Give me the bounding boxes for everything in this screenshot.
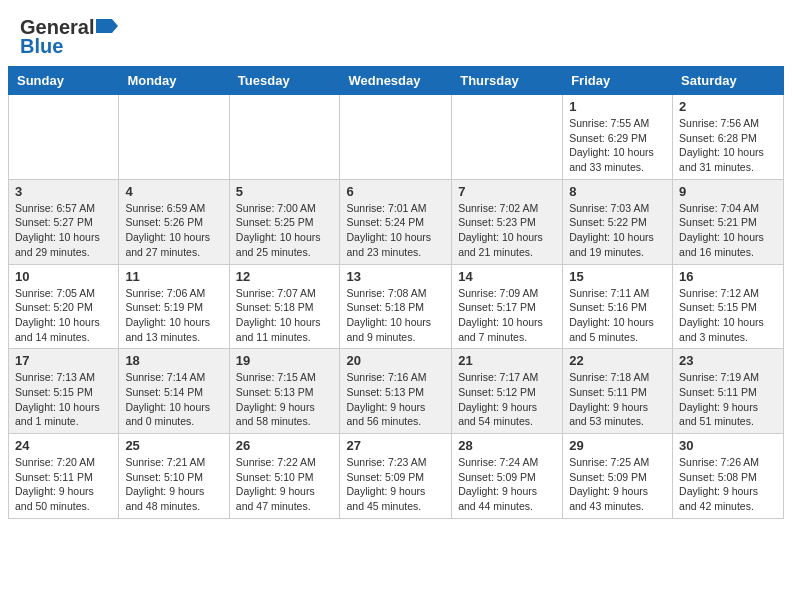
day-number: 22 [569, 353, 666, 368]
calendar-cell: 9Sunrise: 7:04 AM Sunset: 5:21 PM Daylig… [673, 179, 784, 264]
day-info: Sunrise: 7:26 AM Sunset: 5:08 PM Dayligh… [679, 455, 777, 514]
day-number: 19 [236, 353, 334, 368]
calendar-cell [340, 95, 452, 180]
day-number: 11 [125, 269, 222, 284]
calendar-header-saturday: Saturday [673, 67, 784, 95]
calendar-week-2: 3Sunrise: 6:57 AM Sunset: 5:27 PM Daylig… [9, 179, 784, 264]
calendar-cell: 13Sunrise: 7:08 AM Sunset: 5:18 PM Dayli… [340, 264, 452, 349]
calendar-week-4: 17Sunrise: 7:13 AM Sunset: 5:15 PM Dayli… [9, 349, 784, 434]
day-number: 2 [679, 99, 777, 114]
day-info: Sunrise: 7:21 AM Sunset: 5:10 PM Dayligh… [125, 455, 222, 514]
day-number: 10 [15, 269, 112, 284]
day-info: Sunrise: 7:24 AM Sunset: 5:09 PM Dayligh… [458, 455, 556, 514]
day-info: Sunrise: 7:13 AM Sunset: 5:15 PM Dayligh… [15, 370, 112, 429]
calendar-cell: 4Sunrise: 6:59 AM Sunset: 5:26 PM Daylig… [119, 179, 229, 264]
day-info: Sunrise: 6:59 AM Sunset: 5:26 PM Dayligh… [125, 201, 222, 260]
calendar-cell: 14Sunrise: 7:09 AM Sunset: 5:17 PM Dayli… [452, 264, 563, 349]
calendar-cell: 21Sunrise: 7:17 AM Sunset: 5:12 PM Dayli… [452, 349, 563, 434]
calendar-cell: 18Sunrise: 7:14 AM Sunset: 5:14 PM Dayli… [119, 349, 229, 434]
calendar-cell: 1Sunrise: 7:55 AM Sunset: 6:29 PM Daylig… [563, 95, 673, 180]
day-number: 20 [346, 353, 445, 368]
calendar-header-friday: Friday [563, 67, 673, 95]
logo-flag-icon [96, 19, 118, 33]
day-info: Sunrise: 7:16 AM Sunset: 5:13 PM Dayligh… [346, 370, 445, 429]
calendar-cell [119, 95, 229, 180]
day-number: 16 [679, 269, 777, 284]
calendar-cell [229, 95, 340, 180]
day-number: 9 [679, 184, 777, 199]
calendar-cell: 27Sunrise: 7:23 AM Sunset: 5:09 PM Dayli… [340, 434, 452, 519]
day-number: 30 [679, 438, 777, 453]
calendar-cell: 11Sunrise: 7:06 AM Sunset: 5:19 PM Dayli… [119, 264, 229, 349]
day-number: 6 [346, 184, 445, 199]
calendar-cell [9, 95, 119, 180]
day-info: Sunrise: 7:56 AM Sunset: 6:28 PM Dayligh… [679, 116, 777, 175]
calendar-cell: 7Sunrise: 7:02 AM Sunset: 5:23 PM Daylig… [452, 179, 563, 264]
calendar-header-tuesday: Tuesday [229, 67, 340, 95]
day-number: 8 [569, 184, 666, 199]
calendar-cell: 3Sunrise: 6:57 AM Sunset: 5:27 PM Daylig… [9, 179, 119, 264]
day-number: 1 [569, 99, 666, 114]
day-number: 28 [458, 438, 556, 453]
day-number: 18 [125, 353, 222, 368]
calendar-header-monday: Monday [119, 67, 229, 95]
day-number: 5 [236, 184, 334, 199]
day-info: Sunrise: 7:25 AM Sunset: 5:09 PM Dayligh… [569, 455, 666, 514]
day-info: Sunrise: 7:04 AM Sunset: 5:21 PM Dayligh… [679, 201, 777, 260]
day-number: 21 [458, 353, 556, 368]
calendar-cell: 28Sunrise: 7:24 AM Sunset: 5:09 PM Dayli… [452, 434, 563, 519]
day-number: 29 [569, 438, 666, 453]
day-number: 13 [346, 269, 445, 284]
day-info: Sunrise: 7:01 AM Sunset: 5:24 PM Dayligh… [346, 201, 445, 260]
day-number: 24 [15, 438, 112, 453]
calendar-cell: 24Sunrise: 7:20 AM Sunset: 5:11 PM Dayli… [9, 434, 119, 519]
day-number: 7 [458, 184, 556, 199]
logo-blue-text: Blue [20, 35, 63, 58]
day-number: 14 [458, 269, 556, 284]
day-info: Sunrise: 7:55 AM Sunset: 6:29 PM Dayligh… [569, 116, 666, 175]
calendar-cell: 25Sunrise: 7:21 AM Sunset: 5:10 PM Dayli… [119, 434, 229, 519]
calendar-header-thursday: Thursday [452, 67, 563, 95]
day-info: Sunrise: 7:12 AM Sunset: 5:15 PM Dayligh… [679, 286, 777, 345]
svg-marker-0 [96, 19, 118, 33]
calendar-cell: 12Sunrise: 7:07 AM Sunset: 5:18 PM Dayli… [229, 264, 340, 349]
logo: General Blue [20, 16, 118, 58]
calendar-cell: 19Sunrise: 7:15 AM Sunset: 5:13 PM Dayli… [229, 349, 340, 434]
calendar-cell: 10Sunrise: 7:05 AM Sunset: 5:20 PM Dayli… [9, 264, 119, 349]
page-header: General Blue [0, 0, 792, 66]
day-info: Sunrise: 7:19 AM Sunset: 5:11 PM Dayligh… [679, 370, 777, 429]
day-number: 27 [346, 438, 445, 453]
calendar-cell: 15Sunrise: 7:11 AM Sunset: 5:16 PM Dayli… [563, 264, 673, 349]
calendar-cell: 30Sunrise: 7:26 AM Sunset: 5:08 PM Dayli… [673, 434, 784, 519]
day-number: 12 [236, 269, 334, 284]
day-info: Sunrise: 7:14 AM Sunset: 5:14 PM Dayligh… [125, 370, 222, 429]
calendar-week-5: 24Sunrise: 7:20 AM Sunset: 5:11 PM Dayli… [9, 434, 784, 519]
calendar-cell: 26Sunrise: 7:22 AM Sunset: 5:10 PM Dayli… [229, 434, 340, 519]
calendar-cell [452, 95, 563, 180]
calendar-cell: 29Sunrise: 7:25 AM Sunset: 5:09 PM Dayli… [563, 434, 673, 519]
calendar-header-wednesday: Wednesday [340, 67, 452, 95]
calendar-week-3: 10Sunrise: 7:05 AM Sunset: 5:20 PM Dayli… [9, 264, 784, 349]
day-info: Sunrise: 7:11 AM Sunset: 5:16 PM Dayligh… [569, 286, 666, 345]
day-number: 3 [15, 184, 112, 199]
day-info: Sunrise: 7:09 AM Sunset: 5:17 PM Dayligh… [458, 286, 556, 345]
day-number: 17 [15, 353, 112, 368]
day-info: Sunrise: 7:15 AM Sunset: 5:13 PM Dayligh… [236, 370, 334, 429]
calendar-cell: 22Sunrise: 7:18 AM Sunset: 5:11 PM Dayli… [563, 349, 673, 434]
day-info: Sunrise: 7:20 AM Sunset: 5:11 PM Dayligh… [15, 455, 112, 514]
calendar-cell: 8Sunrise: 7:03 AM Sunset: 5:22 PM Daylig… [563, 179, 673, 264]
calendar-cell: 2Sunrise: 7:56 AM Sunset: 6:28 PM Daylig… [673, 95, 784, 180]
calendar-cell: 17Sunrise: 7:13 AM Sunset: 5:15 PM Dayli… [9, 349, 119, 434]
day-number: 26 [236, 438, 334, 453]
calendar-week-1: 1Sunrise: 7:55 AM Sunset: 6:29 PM Daylig… [9, 95, 784, 180]
calendar-cell: 16Sunrise: 7:12 AM Sunset: 5:15 PM Dayli… [673, 264, 784, 349]
calendar-cell: 20Sunrise: 7:16 AM Sunset: 5:13 PM Dayli… [340, 349, 452, 434]
day-info: Sunrise: 7:23 AM Sunset: 5:09 PM Dayligh… [346, 455, 445, 514]
calendar-cell: 6Sunrise: 7:01 AM Sunset: 5:24 PM Daylig… [340, 179, 452, 264]
calendar-wrapper: SundayMondayTuesdayWednesdayThursdayFrid… [0, 66, 792, 527]
day-info: Sunrise: 7:06 AM Sunset: 5:19 PM Dayligh… [125, 286, 222, 345]
day-number: 23 [679, 353, 777, 368]
day-info: Sunrise: 7:07 AM Sunset: 5:18 PM Dayligh… [236, 286, 334, 345]
day-number: 4 [125, 184, 222, 199]
day-info: Sunrise: 7:00 AM Sunset: 5:25 PM Dayligh… [236, 201, 334, 260]
